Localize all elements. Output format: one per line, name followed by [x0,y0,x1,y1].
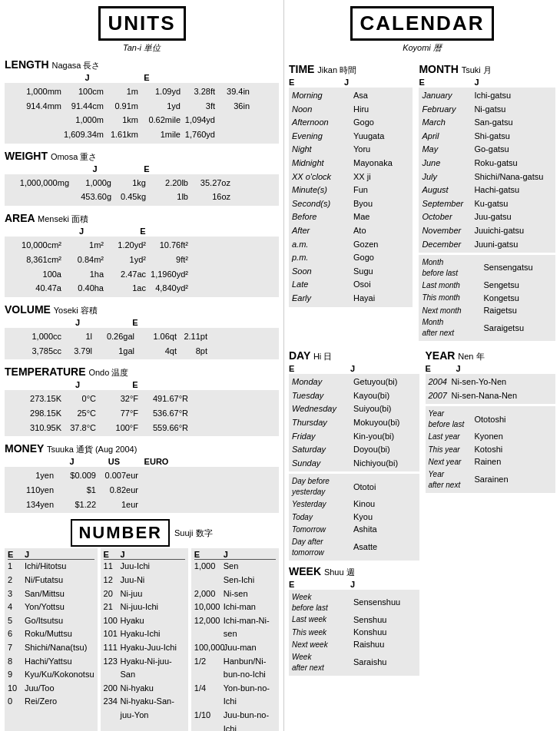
table-row: 10Juu/Too [8,682,94,696]
time-j-col-header: J [344,78,349,87]
units-subtitle: Tan-i 単位 [5,42,279,54]
table-row: 8,361cm² 0.84m² 1yd² 9ft² [8,253,276,267]
day-section: DAY Hi 日 E J MondayGetuyou(bi) TuesdayKa… [289,345,419,676]
table-row: 9Kyu/Ku/Kokonotsu [8,668,94,682]
table-row: 134yen $1.22 1eur [8,498,276,512]
table-row: FridayKin-you(bi) [292,430,416,444]
table-row: SoonSugu [292,265,409,279]
table-row: 2,000Ni-sen [194,587,276,601]
money-table: 1yen $0.009 0.007eur 110yen $1 0.82eur 1… [5,467,279,513]
table-row: MondayGetuyou(bi) [292,375,416,389]
day-special-table: Day beforeyesterday Ototoi Yesterday Kin… [289,474,419,560]
table-row: 40.47a 0.40ha 1ac 4,840yd² [8,281,276,296]
day-table: MondayGetuyou(bi) TuesdayKayou(bi) Wedne… [289,374,419,471]
table-row: AprilShi-gatsu [422,130,552,144]
table-row: 1yen $0.009 0.007eur [8,468,276,483]
table-row: Today Kyou [292,511,416,523]
table-row: 1,000,000mg 1,000g 1kg 2.20lb 35.27oz [8,176,276,190]
time-table: MorningAsa NoonHiru AfternoonGogo Evenin… [289,88,413,307]
length-section: LENGTH Nagasa 長さ J E 1,000mm 100cm 1m 1.… [5,58,279,144]
area-table: 10,000cm² 1m² 1.20yd² 10.76ft² 8,361cm² … [5,237,279,297]
day-e-col-header: E [289,364,350,373]
table-row: Day aftertomorrow Asatte [292,537,416,558]
table-row: 298.15K 25°C 77°F 536.67°R [8,406,276,421]
table-row: Next week Raishuu [292,639,416,650]
table-row: Monthbefore last Sensengatsu [422,257,552,279]
money-us-header: US [93,457,135,466]
table-row: 111Hyaku-Juu-Ichi [104,641,185,655]
table-row: 453.60g 0.45kg 1lb 16oz [8,190,276,204]
table-row: WednesdaySuiyou(bi) [292,402,416,416]
table-row: Minute(s)Fun [292,184,409,197]
month-special-table: Monthbefore last Sensengatsu Last month … [419,255,555,341]
table-row: 2Ni/Futatsu [8,574,94,587]
length-table: 1,000mm 100cm 1m 1.09yd 3.28ft 39.4in 91… [5,83,279,144]
table-row: MidnightMayonaka [292,157,409,170]
table-row: AugustHachi-gatsu [422,184,552,197]
table-row: BeforeMae [292,210,409,224]
table-row: This month Kongetsu [422,293,552,304]
table-row: SaturdayDoyou(bi) [292,443,416,457]
table-row: 1/2Hanbun/Ni-bun-no-Ichi [194,655,276,682]
number-columns: E J 1Ichi/Hitotsu 2Ni/Futatsu 3San/Mitts… [5,548,279,731]
day-year-row: DAY Hi 日 E J MondayGetuyou(bi) TuesdayKa… [289,345,555,676]
length-subtitle: Nagasa 長さ [51,61,100,70]
table-row: 310.95K 37.8°C 100°F 559.66°R [8,421,276,435]
table-row: Next year Rainen [429,456,553,468]
table-row: AfterAto [292,224,409,238]
time-e-col-header: E [289,78,344,87]
table-row: Sen-Ichi [194,574,276,587]
money-euro-header: EURO [135,457,177,466]
table-row: NoonHiru [292,103,409,117]
table-row: 1,609.34m 1.61km 1mile 1,760yd [8,127,276,142]
table-row: Second(s)Byou [292,197,409,211]
number-col1: E J 1Ichi/Hitotsu 2Ni/Futatsu 3San/Mitts… [5,548,98,731]
money-j-header: J [51,457,93,466]
number-section: NUMBER Suuji 数字 E J 1Ichi/Hitotsu 2Ni/Fu… [5,519,279,731]
temperature-table: 273.15K 0°C 32°F 491.67°R 298.15K 25°C 7… [5,390,279,436]
temperature-header: TEMPERATURE Ondo 温度 [5,366,279,379]
month-section: MONTH Tsuki 月 E J JanuaryIchi-gatsu Febr… [419,58,555,341]
num-e-header3: E [194,550,224,559]
number-col3: E J 1,000Sen Sen-Ichi 2,000Ni-sen 10,000… [191,548,279,731]
units-title: UNITS [98,6,186,41]
table-row: 8Hachi/Yattsu [8,655,94,669]
table-row: 20Ni-juu [104,587,185,601]
table-row: 1,000Sen [194,560,276,574]
table-row: SundayNichiyou(bi) [292,457,416,471]
table-row: 100a 1ha 2.47ac 1,1960yd² [8,267,276,282]
table-row: 1,000mm 100cm 1m 1.09yd 3.28ft 39.4in [8,84,276,99]
table-row: 6Roku/Muttsu [8,627,94,641]
length-header: LENGTH Nagasa 長さ [5,58,279,71]
table-row: 3San/Mittsu [8,587,94,601]
number-col2: E J 11Juu-Ichi 12Juu-Ni 20Ni-juu 21Ni-ju… [101,548,188,731]
number-subtitle: Suuji 数字 [174,528,213,539]
table-row: MarchSan-gatsu [422,116,552,130]
money-section: MONEY Tsuuka 通貨 (Aug 2004) J US EURO 1ye… [5,442,279,513]
table-row: 1Ichi/Hitotsu [8,560,94,574]
num-j-header: J [25,550,29,559]
calendar-subtitle: Koyomi 暦 [289,42,555,54]
table-row: 3,785cc 3.79l 1gal 4qt 8pt [8,344,276,359]
table-row: JanuaryIchi-gatsu [422,89,552,103]
table-row: 2007Ni-sen-Nana-Nen [429,389,553,403]
year-e-col-header: E [426,364,456,373]
table-row: ThursdayMokuyou(bi) [292,416,416,430]
volume-header: VOLUME Yoseki 容積 [5,303,279,316]
left-panel: UNITS Tan-i 単位 LENGTH Nagasa 長さ J E 1,00… [0,0,284,731]
table-row: 10,000cm² 1m² 1.20yd² 10.76ft² [8,238,276,253]
day-header: DAY Hi 日 [289,349,419,362]
weight-table: 1,000,000mg 1,000g 1kg 2.20lb 35.27oz 45… [5,174,279,206]
weight-e-header: E [116,164,177,174]
num-e-header2: E [104,550,121,559]
volume-section: VOLUME Yoseki 容積 J E 1,000cc 1l 0.26gal … [5,303,279,359]
volume-table: 1,000cc 1l 0.26gal 1.06qt 2.11pt 3,785cc… [5,328,279,359]
table-row: 12,000Ichi-man-Ni-sen [194,614,276,641]
table-row: Last month Sengetsu [422,280,552,291]
area-j-header: J [58,227,104,236]
table-row: NightYoru [292,143,409,157]
month-table: JanuaryIchi-gatsu FebruaryNi-gatsu March… [419,88,555,253]
year-section: YEAR Nen 年 E J 2004Ni-sen-Yo-Nen 2007Ni-… [426,345,556,676]
table-row: This year Kotoshi [429,444,553,455]
table-row: XX o'clockXX ji [292,170,409,184]
